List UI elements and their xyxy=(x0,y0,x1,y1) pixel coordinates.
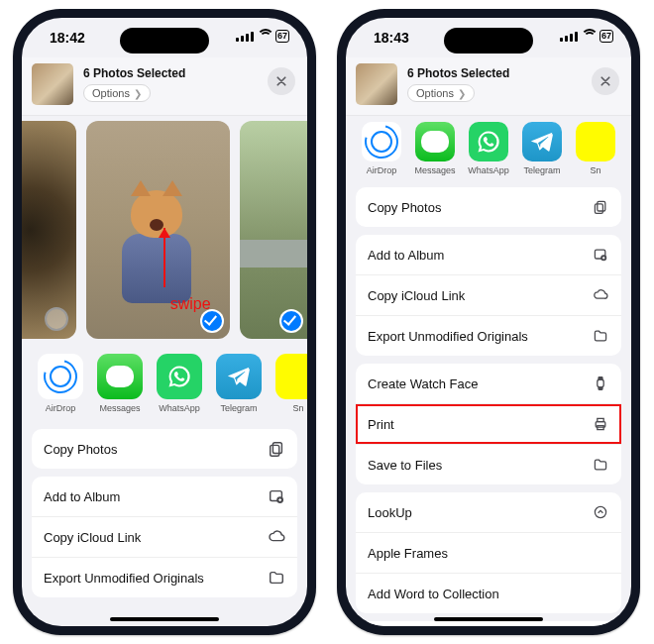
selection-indicator-empty[interactable] xyxy=(45,307,68,331)
phone-right: 18:43 67 6 Photos Selected Options ❯ xyxy=(337,9,640,635)
battery-icon: 67 xyxy=(600,30,613,43)
clock: 18:42 xyxy=(50,30,85,46)
snapchat-icon xyxy=(576,122,615,161)
photo-thumb-prev[interactable] xyxy=(22,121,76,339)
selection-indicator-checked[interactable] xyxy=(281,311,301,331)
action-export-originals[interactable]: Export Unmodified Originals xyxy=(356,315,621,356)
kitten-photo xyxy=(122,190,191,309)
action-save-to-files[interactable]: Save to Files xyxy=(356,444,621,484)
action-export-originals[interactable]: Export Unmodified Originals xyxy=(32,557,297,597)
svg-rect-9 xyxy=(599,377,602,379)
close-button[interactable] xyxy=(592,67,619,95)
svg-point-14 xyxy=(595,506,605,517)
svg-rect-4 xyxy=(598,201,605,211)
action-copy-icloud[interactable]: Copy iCloud Link xyxy=(356,274,621,315)
chevron-right-icon: ❯ xyxy=(458,88,466,99)
share-apps-row[interactable]: AirDrop Messages WhatsApp Telegram Sn xyxy=(22,344,307,423)
selection-thumbnail xyxy=(32,63,73,105)
chevron-right-icon: ❯ xyxy=(134,88,142,99)
action-copy-photos[interactable]: Copy Photos xyxy=(356,187,621,227)
options-label: Options xyxy=(92,87,130,99)
selection-indicator-checked[interactable] xyxy=(202,311,222,331)
options-button[interactable]: Options ❯ xyxy=(407,84,475,102)
lookup-icon xyxy=(592,503,609,521)
share-app-airdrop[interactable]: AirDrop xyxy=(32,354,89,413)
share-app-telegram[interactable]: Telegram xyxy=(210,354,268,413)
close-icon xyxy=(600,75,611,87)
airdrop-icon xyxy=(362,122,401,161)
folder-icon xyxy=(592,456,609,474)
wifi-icon xyxy=(582,32,596,42)
svg-rect-0 xyxy=(272,443,281,454)
copy-icon xyxy=(592,198,609,216)
wifi-icon xyxy=(258,32,272,42)
action-create-watch-face[interactable]: Create Watch Face xyxy=(356,364,621,403)
swipe-arrow-overlay xyxy=(164,228,165,287)
share-sheet-header: 6 Photos Selected Options ❯ xyxy=(22,57,307,116)
share-app-telegram[interactable]: Telegram xyxy=(516,122,568,175)
telegram-icon xyxy=(522,122,562,161)
svg-rect-12 xyxy=(598,418,603,421)
action-add-word[interactable]: Add Word to Collection xyxy=(356,573,621,613)
share-app-whatsapp[interactable]: WhatsApp xyxy=(463,122,514,175)
copy-icon xyxy=(268,440,285,458)
svg-rect-5 xyxy=(595,204,602,214)
home-indicator[interactable] xyxy=(110,617,219,621)
whatsapp-icon xyxy=(157,354,202,399)
photo-thumb-next[interactable] xyxy=(240,121,307,339)
folder-icon xyxy=(268,569,285,587)
share-app-messages[interactable]: Messages xyxy=(91,354,149,413)
swipe-label-overlay: swipe xyxy=(170,295,211,313)
action-lookup[interactable]: LookUp xyxy=(356,492,621,532)
selection-count: 6 Photos Selected xyxy=(407,66,509,80)
snapchat-icon xyxy=(275,354,307,399)
share-app-snapchat[interactable]: Sn xyxy=(270,354,307,413)
messages-icon xyxy=(97,354,143,399)
printer-icon xyxy=(592,415,609,433)
whatsapp-icon xyxy=(469,122,508,161)
share-sheet-header: 6 Photos Selected Options ❯ xyxy=(346,57,631,116)
dynamic-island xyxy=(444,28,533,54)
clock: 18:43 xyxy=(374,30,409,46)
options-button[interactable]: Options ❯ xyxy=(83,84,151,102)
watch-icon xyxy=(592,375,609,392)
share-app-messages[interactable]: Messages xyxy=(409,122,461,175)
messages-icon xyxy=(415,122,455,161)
cellular-icon xyxy=(560,32,578,42)
close-icon xyxy=(275,75,287,87)
share-app-airdrop[interactable]: AirDrop xyxy=(356,122,407,175)
selection-thumbnail xyxy=(356,63,397,105)
share-apps-row[interactable]: AirDrop Messages WhatsApp Telegram Sn xyxy=(346,116,631,183)
svg-rect-1 xyxy=(271,445,279,456)
share-app-snapchat[interactable]: Sn xyxy=(570,122,621,175)
cellular-icon xyxy=(236,32,254,42)
album-icon xyxy=(268,487,285,505)
svg-rect-8 xyxy=(598,379,603,387)
close-button[interactable] xyxy=(268,67,295,95)
action-add-to-album[interactable]: Add to Album xyxy=(356,235,621,274)
telegram-icon xyxy=(216,354,262,399)
home-indicator[interactable] xyxy=(434,617,543,621)
status-bar: 18:43 67 xyxy=(346,18,631,57)
action-copy-icloud[interactable]: Copy iCloud Link xyxy=(32,516,297,557)
folder-icon xyxy=(592,327,609,345)
dynamic-island xyxy=(120,28,209,54)
cloud-link-icon xyxy=(268,528,285,546)
selection-count: 6 Photos Selected xyxy=(83,66,185,80)
actions-list: Copy Photos Add to Album Copy iCloud Lin… xyxy=(356,187,621,626)
airdrop-icon xyxy=(38,354,83,399)
action-add-to-album[interactable]: Add to Album xyxy=(32,477,297,516)
action-copy-photos[interactable]: Copy Photos xyxy=(32,429,297,469)
actions-list: Copy Photos Add to Album Copy iCloud Lin… xyxy=(32,429,297,597)
options-label: Options xyxy=(416,87,454,99)
cloud-link-icon xyxy=(592,286,609,304)
action-print[interactable]: Print xyxy=(356,403,621,444)
action-apple-frames[interactable]: Apple Frames xyxy=(356,532,621,573)
phone-left: 18:42 67 6 Photos Selected Options ❯ xyxy=(13,9,316,635)
status-bar: 18:42 67 xyxy=(22,18,307,57)
album-icon xyxy=(592,246,609,264)
battery-icon: 67 xyxy=(275,30,289,43)
action-edit-actions[interactable]: Edit Actions… xyxy=(356,621,621,626)
share-app-whatsapp[interactable]: WhatsApp xyxy=(151,354,208,413)
svg-rect-10 xyxy=(599,387,602,389)
